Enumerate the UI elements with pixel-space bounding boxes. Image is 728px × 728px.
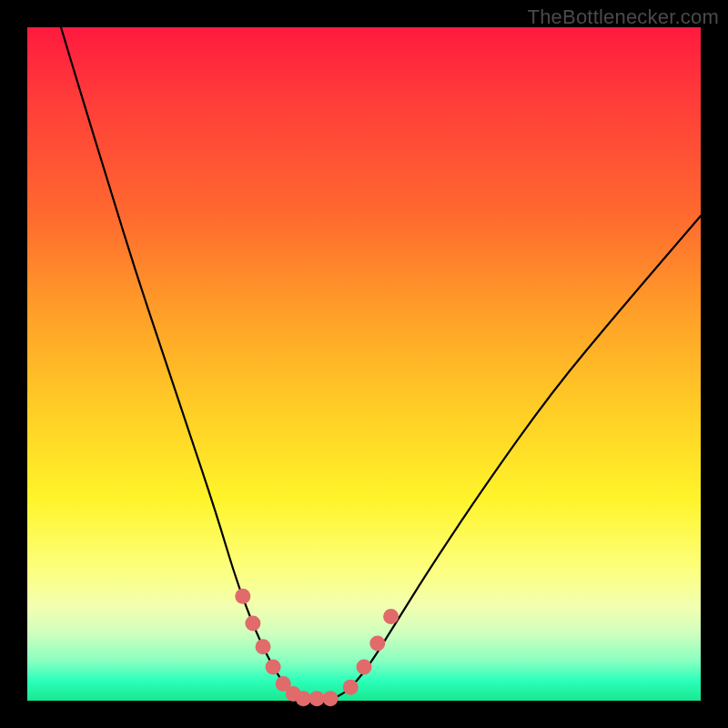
marker-dot [343, 680, 359, 695]
marker-dot [383, 609, 399, 624]
marker-dot [256, 639, 271, 654]
marker-dot [235, 589, 250, 604]
marker-dots [235, 589, 399, 707]
bottleneck-curve [61, 27, 701, 701]
chart-frame: TheBottlenecker.com [0, 0, 728, 728]
plot-area [27, 27, 701, 701]
marker-dot [309, 691, 325, 706]
marker-dot [369, 636, 385, 652]
watermark-text: TheBottlenecker.com [528, 5, 719, 29]
marker-dot [245, 615, 260, 631]
marker-dot [357, 660, 372, 675]
marker-dot [266, 660, 281, 675]
marker-dot [296, 691, 311, 706]
chart-overlay [27, 27, 701, 701]
marker-dot [323, 691, 339, 706]
